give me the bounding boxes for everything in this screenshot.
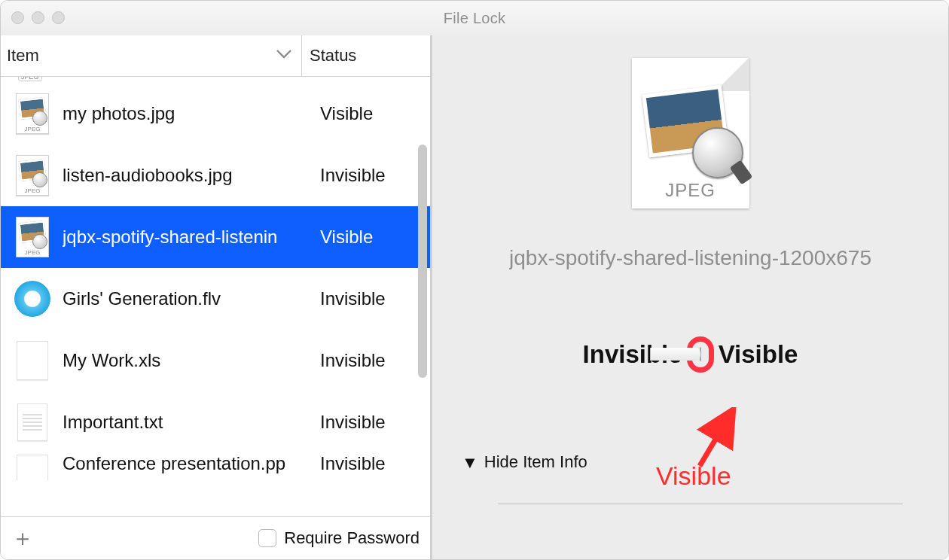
require-password-checkbox[interactable]: Require Password [258,528,420,548]
file-type-badge: JPEG [632,180,749,201]
file-name: listen-audiobooks.jpg [63,165,320,186]
table-row[interactable]: my photos.jpg Visible [1,83,430,145]
table-row[interactable]: Conference presentation.pp Invisible [1,453,430,480]
file-name: Conference presentation.pp [63,453,320,474]
scrollbar[interactable] [418,145,427,378]
table-row[interactable]: listen-audiobooks.jpg Invisible [1,145,430,206]
detail-filename: jqbx-spotify-shared-listening-1200x675 [509,246,871,270]
app-window: File Lock Item Status JPEG [0,0,949,560]
file-status: Visible [320,227,430,248]
xls-file-icon [11,339,53,382]
annotation-label: Visible [656,461,731,491]
jpeg-file-icon [11,93,53,135]
visibility-toggle-row: Invisible Visible [583,336,798,373]
file-status: Invisible [320,453,430,474]
file-list: JPEG my photos.jpg Visible listen-audiob… [1,77,430,516]
table-row[interactable]: Girls' Generation.flv Invisible [1,268,430,330]
zoom-window-button[interactable] [52,11,65,24]
file-preview-icon: JPEG [632,58,749,208]
file-name: my photos.jpg [63,103,320,124]
toggle-label-visible: Visible [719,340,798,369]
close-window-button[interactable] [11,11,24,24]
titlebar: File Lock [1,1,948,36]
toggle-knob-icon [700,348,700,361]
file-status: Visible [320,103,430,124]
sort-chevron-icon [276,49,292,62]
list-body: JPEG my photos.jpg Visible listen-audiob… [1,77,430,480]
left-footer: ＋ Require Password [1,516,430,559]
annotation-highlight-box [687,336,714,373]
checkbox-icon [258,529,276,547]
jpeg-file-icon [11,154,53,196]
add-button[interactable]: ＋ [11,523,34,554]
disclosure-triangle-icon: ▼ [462,453,478,473]
window-controls [11,11,65,24]
txt-file-icon [11,401,53,443]
file-name: Important.txt [63,412,320,433]
jpeg-tag-icon: JPEG [18,77,42,81]
column-header-status[interactable]: Status [302,46,430,65]
window-title: File Lock [1,10,948,27]
table-row[interactable]: My Work.xls Invisible [1,330,430,391]
file-name: My Work.xls [63,350,320,371]
generic-file-icon [11,453,53,480]
divider [498,504,903,504]
table-row-selected[interactable]: jqbx-spotify-shared-listenin Visible [1,206,430,268]
require-password-label: Require Password [284,528,420,548]
flv-file-icon [11,278,53,320]
content: Item Status JPEG my photos.jpg Visible [1,35,948,559]
table-header: Item Status [1,35,430,77]
table-row[interactable]: Important.txt Invisible [1,391,430,453]
hide-item-info-toggle[interactable]: ▼ Hide Item Info [462,452,587,472]
column-header-item[interactable]: Item [1,35,302,76]
jpeg-file-icon [11,216,53,258]
file-status: Invisible [320,165,430,186]
column-header-item-label: Item [7,46,39,65]
file-name: jqbx-spotify-shared-listenin [63,227,320,248]
hide-item-info-label: Hide Item Info [484,452,587,472]
visibility-toggle[interactable] [700,347,701,361]
file-name: Girls' Generation.flv [63,288,320,309]
minimize-window-button[interactable] [32,11,44,24]
magnifier-icon [692,127,743,178]
file-status: Invisible [320,350,430,371]
file-status: Invisible [320,412,430,433]
file-list-panel: Item Status JPEG my photos.jpg Visible [1,35,432,559]
file-status: Invisible [320,288,430,309]
